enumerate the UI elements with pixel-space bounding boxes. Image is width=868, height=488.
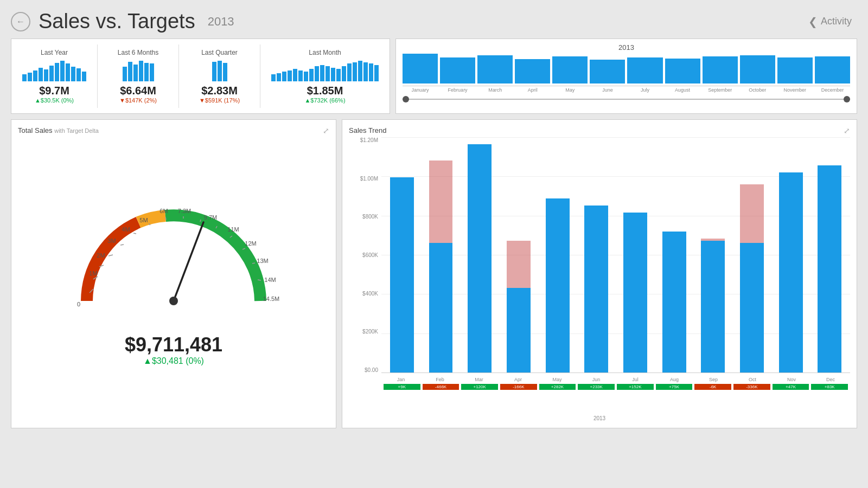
bar-sales-2: [468, 144, 492, 373]
bar-group-5: [578, 137, 615, 373]
kpi-bar: [28, 73, 32, 81]
kpi-bar: [369, 63, 373, 81]
header-left: ← Sales vs. Targets 2013: [11, 10, 234, 33]
x-label-4: May: [538, 377, 577, 382]
kpi-bar: [293, 69, 297, 81]
timeline-bar-11: [815, 56, 850, 84]
kpi-bar: [298, 70, 303, 81]
svg-text:5M: 5M: [139, 217, 148, 223]
kpi-card-1[interactable]: Last 6 Months $6.64M ▼$147K (2%): [98, 44, 179, 108]
timeline-bar-1: [440, 57, 475, 84]
bar-group-6: [617, 137, 654, 373]
timeline-handle-right[interactable]: [844, 96, 850, 102]
kpi-label: Last Quarter: [201, 49, 238, 56]
kpi-bar: [277, 73, 281, 81]
kpi-bar: [139, 61, 143, 81]
delta-badge-9: -336K: [733, 384, 770, 390]
bar-sales-8: [701, 241, 725, 373]
kpi-label: Last Month: [309, 49, 341, 56]
timeline-labels: JanuaryFebruaryMarchAprilMayJuneJulyAugu…: [403, 87, 850, 93]
timeline-month-label-5: June: [590, 87, 625, 93]
back-button[interactable]: ←: [11, 12, 30, 31]
gauge-subtitle: with Target Delta: [54, 127, 99, 134]
bar-sales-9: [740, 243, 764, 373]
kpi-card-2[interactable]: Last Quarter $2.83M ▼$591K (17%): [179, 44, 260, 108]
kpi-bar: [363, 62, 368, 81]
gauge-title: Total Sales: [18, 126, 53, 134]
page-title: Sales vs. Targets: [39, 10, 195, 33]
delta-badge-11: +83K: [811, 384, 848, 390]
page-year: 2013: [208, 15, 234, 29]
timeline-month-label-2: March: [477, 87, 513, 93]
bar-group-2: [461, 137, 498, 373]
delta-badge-2: +120K: [461, 384, 498, 390]
kpi-card-3[interactable]: Last Month $1.85M ▲$732K (66%): [260, 44, 390, 108]
gauge-expand-icon[interactable]: ⤢: [323, 126, 329, 135]
x-label-7: Aug: [655, 377, 694, 382]
timeline-month-label-7: August: [665, 87, 700, 93]
trend-title: Sales Trend: [349, 126, 386, 135]
kpi-bar: [33, 70, 37, 81]
y-axis-label-3: $600K: [362, 252, 378, 258]
gauge-panel-title: Total Sales with Target Delta ⤢: [18, 126, 329, 135]
kpi-bar: [144, 63, 149, 81]
bar-group-3: [500, 137, 537, 373]
kpi-bar: [60, 61, 65, 81]
delta-badge-10: +47K: [773, 384, 809, 390]
timeline-bar-10: [777, 57, 813, 84]
kpi-value: $1.85M: [307, 85, 343, 97]
svg-text:13M: 13M: [257, 258, 268, 264]
svg-text:4M: 4M: [122, 226, 130, 233]
bar-group-8: [694, 137, 731, 373]
y-axis-label-1: $1.00M: [360, 176, 378, 182]
svg-text:3M: 3M: [107, 237, 116, 244]
bar-group-9: [733, 137, 770, 373]
trend-expand-icon[interactable]: ⤢: [844, 126, 850, 135]
bar-sales-0: [390, 177, 414, 373]
svg-text:0: 0: [77, 301, 80, 307]
svg-line-13: [252, 263, 255, 264]
delta-badge-5: +233K: [578, 384, 615, 390]
svg-line-14: [258, 280, 261, 280]
kpi-bar: [76, 68, 81, 81]
kpi-delta: ▼$147K (2%): [119, 97, 157, 104]
kpi-bar: [320, 65, 324, 81]
delta-badge-1: -466K: [423, 384, 459, 390]
timeline-bar-8: [703, 56, 738, 84]
bars-container: [381, 137, 850, 373]
kpi-panel: Last Year $9.7M ▲$30.5K (0%) Last 6 Mont…: [11, 38, 390, 114]
delta-badge-0: +9K: [384, 384, 420, 390]
svg-text:14.5M: 14.5M: [263, 296, 280, 302]
trend-panel: Sales Trend ⤢ $1.20M$1.00M$800K$600K$400…: [342, 119, 857, 428]
kpi-bar: [358, 61, 362, 81]
kpi-card-0[interactable]: Last Year $9.7M ▲$30.5K (0%): [11, 44, 98, 108]
kpi-bar: [71, 67, 75, 81]
kpi-bar: [353, 62, 357, 81]
svg-line-4: [120, 245, 124, 245]
y-axis: $1.20M$1.00M$800K$600K$400K$200K$0.00: [349, 137, 381, 373]
timeline-handle-left[interactable]: [403, 96, 409, 102]
bar-sales-3: [507, 288, 531, 373]
kpi-bars: [123, 60, 154, 81]
chart-inner: JanFebMarAprMayJunJulAugSepOctNovDec +9K…: [381, 137, 850, 373]
bar-group-10: [773, 137, 809, 373]
kpi-delta: ▼$591K (17%): [199, 97, 240, 104]
timeline-panel: 2013 JanuaryFebruaryMarchAprilMayJuneJul…: [395, 38, 857, 114]
kpi-bar: [342, 66, 346, 81]
svg-text:9.7M: 9.7M: [204, 214, 217, 221]
kpi-bar: [55, 63, 59, 81]
timeline-bar-2: [477, 55, 513, 84]
kpi-bars: [271, 60, 379, 81]
main-content: Last Year $9.7M ▲$30.5K (0%) Last 6 Mont…: [0, 38, 868, 428]
timeline-month-label-3: April: [515, 87, 550, 93]
kpi-bar: [44, 69, 48, 81]
kpi-bar: [123, 67, 127, 81]
svg-text:14M: 14M: [264, 277, 276, 283]
y-axis-label-5: $200K: [362, 329, 378, 335]
timeline-month-label-0: January: [403, 87, 438, 93]
activity-button[interactable]: ❮ Activity: [808, 15, 852, 28]
kpi-bar: [309, 69, 314, 81]
kpi-bar: [150, 63, 154, 81]
svg-line-5: [133, 233, 136, 234]
x-label-8: Sep: [694, 377, 733, 382]
